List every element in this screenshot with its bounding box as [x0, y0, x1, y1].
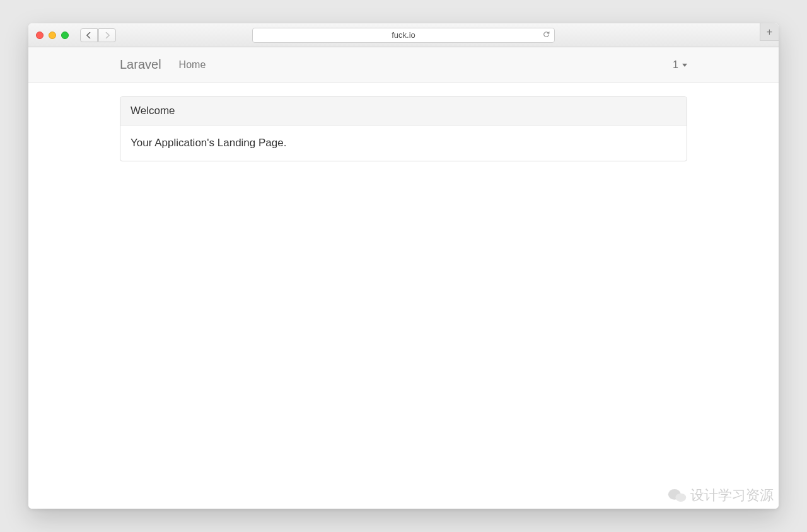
chevron-left-icon [86, 32, 91, 38]
app-navbar: Laravel Home 1 [28, 47, 779, 83]
user-dropdown[interactable]: 1 [673, 59, 687, 71]
titlebar: fuck.io + [28, 23, 779, 47]
reload-button[interactable] [542, 30, 550, 40]
nav-buttons [80, 28, 116, 42]
address-bar-url: fuck.io [392, 30, 415, 40]
window-controls [36, 32, 69, 39]
reload-icon [542, 30, 550, 38]
user-dropdown-label: 1 [673, 59, 678, 71]
nav-home-link[interactable]: Home [179, 59, 206, 71]
navbar-container: Laravel Home 1 [120, 57, 687, 72]
page-viewport: Laravel Home 1 Welcome Your Application'… [28, 47, 779, 509]
welcome-panel: Welcome Your Application's Landing Page. [120, 96, 687, 161]
browser-window: fuck.io + Laravel Home 1 Welc [28, 23, 779, 509]
fullscreen-window-button[interactable] [61, 32, 69, 39]
page-content: Welcome Your Application's Landing Page. [28, 83, 779, 175]
panel-heading: Welcome [120, 97, 687, 125]
content-container: Welcome Your Application's Landing Page. [120, 96, 687, 161]
brand-link[interactable]: Laravel [120, 57, 161, 72]
new-tab-button[interactable]: + [760, 23, 779, 41]
address-bar[interactable]: fuck.io [252, 28, 555, 43]
back-button[interactable] [80, 28, 98, 42]
caret-down-icon [682, 64, 687, 67]
forward-button[interactable] [98, 28, 116, 42]
close-window-button[interactable] [36, 32, 44, 39]
plus-icon: + [767, 26, 772, 38]
minimize-window-button[interactable] [49, 32, 56, 39]
panel-body: Your Application's Landing Page. [120, 125, 687, 161]
chevron-right-icon [105, 32, 110, 38]
